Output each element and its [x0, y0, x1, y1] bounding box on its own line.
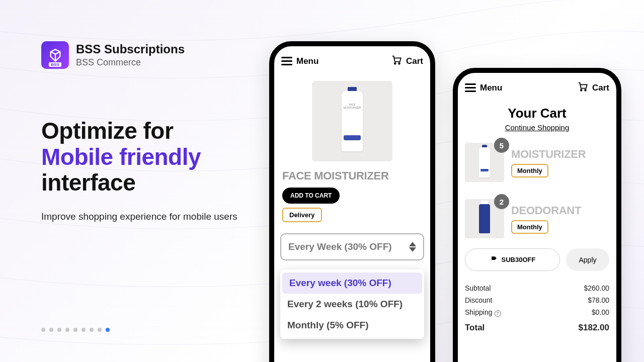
carousel-dot[interactable] — [41, 328, 45, 332]
brand-subtitle: BSS Commerce — [76, 57, 185, 68]
carousel-dot[interactable] — [73, 328, 77, 332]
menu-button[interactable]: Menu — [465, 83, 502, 93]
tagline: Improve shopping experience for mobile u… — [41, 210, 243, 223]
promo-code-value: SUB30OFF — [502, 256, 536, 263]
carousel-dot[interactable] — [49, 328, 53, 332]
menu-label: Menu — [296, 56, 318, 66]
headline-line3: interface — [41, 169, 135, 196]
shipping-label: Shipping — [465, 308, 493, 316]
cart-title: Your Cart — [458, 106, 616, 121]
cart-item-thumb: 5 — [465, 143, 504, 182]
delivery-chip[interactable]: Delivery — [282, 208, 322, 222]
cart-label: Cart — [406, 56, 423, 66]
total-label: Total — [465, 323, 485, 333]
shipping-info-icon[interactable]: ? — [495, 310, 501, 317]
svg-point-1 — [398, 63, 400, 64]
carousel-dot-active[interactable] — [106, 328, 110, 332]
product-name: FACE MOISTURIZER — [274, 169, 430, 183]
svg-point-2 — [581, 89, 582, 91]
cart-icon — [391, 54, 402, 68]
phone-cart-mockup: Menu Cart Your Cart Continue Shopping 5 … — [453, 68, 621, 362]
cart-item-name: MOISTURIZER — [511, 148, 609, 161]
discount-label: Discount — [465, 296, 492, 304]
cart-label: Cart — [592, 83, 609, 93]
cart-item-name: DEODORANT — [511, 204, 609, 217]
headline-accent: Mobile friendly — [41, 144, 201, 170]
frequency-dropdown: Every week (30% OFF) Every 2 weeks (10% … — [280, 269, 424, 339]
brand-logo-tag: BSS — [49, 62, 61, 67]
menu-button[interactable]: Menu — [281, 56, 318, 66]
brand-logo-icon: BSS — [41, 41, 69, 69]
subtotal-label: Subtotal — [465, 284, 491, 292]
totals-block: Subtotal$260.00 Discount$78.00 Shipping?… — [458, 280, 616, 337]
frequency-select[interactable]: Every Week (30% OFF) — [280, 233, 424, 260]
headline: Optimize for Mobile friendly interface — [41, 118, 253, 196]
phone-product-mockup: Menu Cart FACE MOISTURIZER FACE MOISTURI… — [269, 41, 435, 362]
carousel-dot[interactable] — [65, 328, 69, 332]
discount-value: $78.00 — [588, 296, 609, 304]
continue-shopping-link[interactable]: Continue Shopping — [458, 123, 616, 132]
carousel-dots[interactable] — [41, 328, 110, 332]
svg-point-3 — [585, 89, 586, 91]
carousel-dot[interactable] — [98, 328, 102, 332]
promo-code-input[interactable]: SUB30OFF — [465, 248, 560, 271]
cart-icon — [577, 81, 588, 95]
carousel-dot[interactable] — [82, 328, 86, 332]
subtotal-value: $260.00 — [584, 284, 609, 292]
carousel-dot[interactable] — [90, 328, 94, 332]
frequency-select-value: Every Week (30% OFF) — [288, 241, 392, 252]
hamburger-icon — [465, 83, 476, 92]
menu-label: Menu — [480, 83, 502, 93]
svg-point-0 — [394, 63, 396, 64]
add-to-cart-button[interactable]: ADD TO CART — [282, 188, 340, 204]
frequency-option[interactable]: Every week (30% OFF) — [282, 273, 422, 294]
headline-line1: Optimize for — [41, 118, 173, 144]
shipping-value: $0.00 — [592, 308, 609, 317]
cart-item: 5 MOISTURIZER Monthly — [458, 139, 616, 186]
cart-button[interactable]: Cart — [577, 81, 609, 95]
cart-item-frequency: Monthly — [511, 164, 548, 177]
cart-item-thumb: 2 — [465, 199, 504, 238]
tag-icon — [490, 255, 498, 264]
total-value: $182.00 — [579, 323, 609, 333]
frequency-option[interactable]: Every 2 weeks (10% OFF) — [280, 294, 424, 315]
select-stepper-icon — [409, 242, 416, 252]
apply-button[interactable]: Apply — [566, 248, 609, 271]
product-image: FACE MOISTURIZER — [312, 81, 392, 161]
cart-button[interactable]: Cart — [391, 54, 423, 68]
carousel-dot[interactable] — [57, 328, 61, 332]
cart-item: 2 DEODORANT Monthly — [458, 195, 616, 242]
frequency-option[interactable]: Monthly (5% OFF) — [280, 315, 424, 336]
hamburger-icon — [281, 57, 292, 65]
cart-item-frequency: Monthly — [511, 220, 548, 234]
brand-block: BSS BSS Subscriptions BSS Commerce — [41, 41, 253, 69]
brand-title: BSS Subscriptions — [76, 42, 185, 56]
qty-badge: 5 — [494, 138, 509, 153]
qty-badge: 2 — [494, 194, 509, 209]
